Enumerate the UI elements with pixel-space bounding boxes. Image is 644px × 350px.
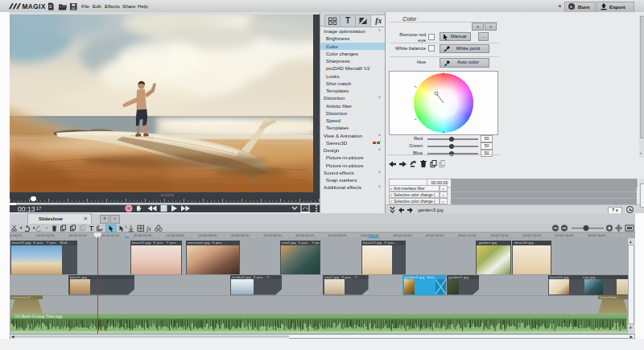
svg-text:fx: fx bbox=[147, 225, 151, 233]
svg-text:MAGIX: MAGIX bbox=[23, 3, 46, 10]
svg-text:T: T bbox=[89, 224, 94, 233]
